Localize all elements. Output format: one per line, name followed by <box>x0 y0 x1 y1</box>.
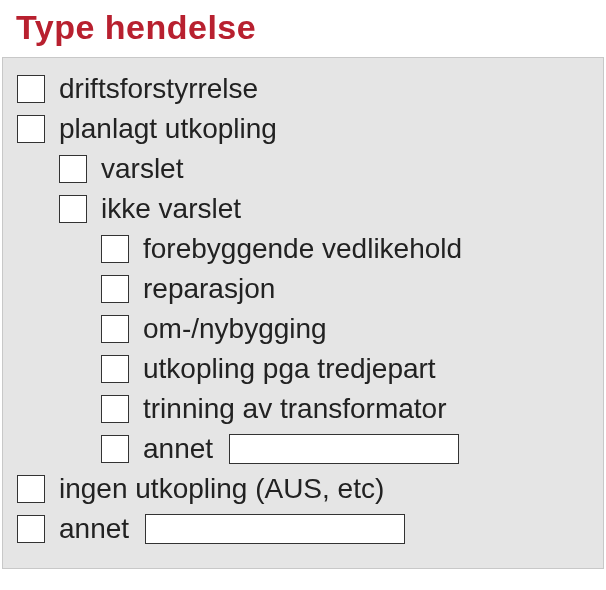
option-annet-sub: annet <box>17 432 589 466</box>
label-ingen-utkopling: ingen utkopling (AUS, etc) <box>59 472 384 506</box>
textfield-annet-sub[interactable] <box>229 434 459 464</box>
option-driftsforstyrrelse: driftsforstyrrelse <box>17 72 589 106</box>
label-varslet: varslet <box>101 152 183 186</box>
option-trinning-av-transformator: trinning av transformator <box>17 392 589 426</box>
checkbox-forebyggende-vedlikehold[interactable] <box>101 235 129 263</box>
label-driftsforstyrrelse: driftsforstyrrelse <box>59 72 258 106</box>
option-reparasjon: reparasjon <box>17 272 589 306</box>
label-ikke-varslet: ikke varslet <box>101 192 241 226</box>
checkbox-varslet[interactable] <box>59 155 87 183</box>
label-om-nybygging: om-/nybygging <box>143 312 327 346</box>
checkbox-annet[interactable] <box>17 515 45 543</box>
checkbox-ikke-varslet[interactable] <box>59 195 87 223</box>
option-ingen-utkopling: ingen utkopling (AUS, etc) <box>17 472 589 506</box>
section-heading: Type hendelse <box>0 0 606 57</box>
type-hendelse-panel: driftsforstyrrelse planlagt utkopling va… <box>2 57 604 569</box>
textfield-annet[interactable] <box>145 514 405 544</box>
checkbox-utkopling-pga-tredjepart[interactable] <box>101 355 129 383</box>
option-ikke-varslet: ikke varslet <box>17 192 589 226</box>
option-utkopling-pga-tredjepart: utkopling pga tredjepart <box>17 352 589 386</box>
option-forebyggende-vedlikehold: forebyggende vedlikehold <box>17 232 589 266</box>
checkbox-annet-sub[interactable] <box>101 435 129 463</box>
option-planlagt-utkopling: planlagt utkopling <box>17 112 589 146</box>
checkbox-reparasjon[interactable] <box>101 275 129 303</box>
label-utkopling-pga-tredjepart: utkopling pga tredjepart <box>143 352 436 386</box>
label-forebyggende-vedlikehold: forebyggende vedlikehold <box>143 232 462 266</box>
checkbox-om-nybygging[interactable] <box>101 315 129 343</box>
option-om-nybygging: om-/nybygging <box>17 312 589 346</box>
checkbox-ingen-utkopling[interactable] <box>17 475 45 503</box>
label-reparasjon: reparasjon <box>143 272 275 306</box>
label-trinning-av-transformator: trinning av transformator <box>143 392 446 426</box>
option-annet: annet <box>17 512 589 546</box>
checkbox-trinning-av-transformator[interactable] <box>101 395 129 423</box>
label-annet-sub: annet <box>143 432 213 466</box>
checkbox-driftsforstyrrelse[interactable] <box>17 75 45 103</box>
checkbox-planlagt-utkopling[interactable] <box>17 115 45 143</box>
label-annet: annet <box>59 512 129 546</box>
label-planlagt-utkopling: planlagt utkopling <box>59 112 277 146</box>
option-varslet: varslet <box>17 152 589 186</box>
